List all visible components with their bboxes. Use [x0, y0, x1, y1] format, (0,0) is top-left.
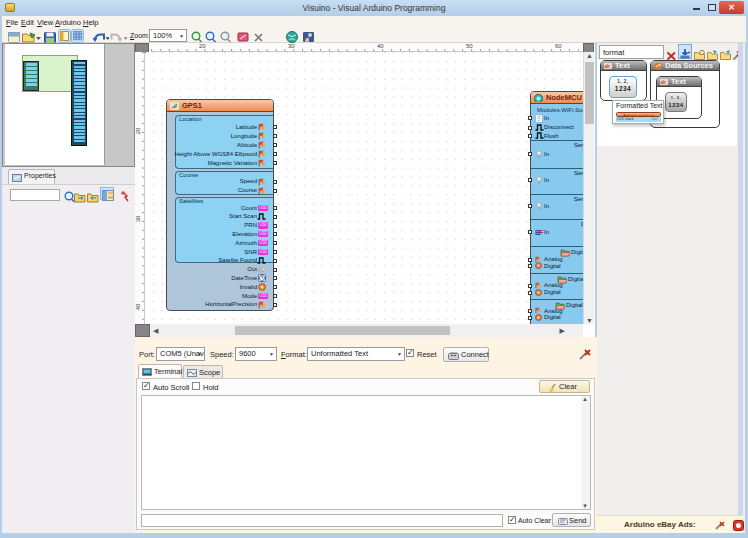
svg-text:ab: ab	[605, 64, 611, 69]
svg-text:ab: ab	[661, 80, 667, 85]
